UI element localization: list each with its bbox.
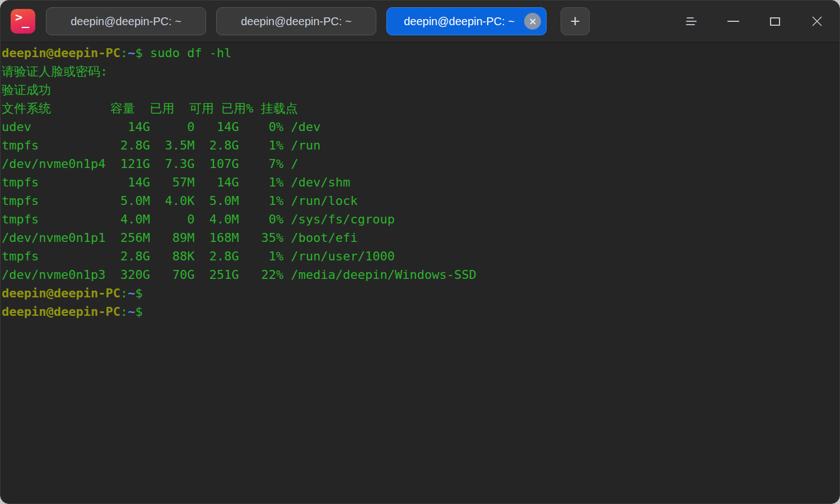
- menu-icon: [686, 17, 697, 25]
- plus-icon: +: [570, 13, 580, 30]
- terminal-line: /dev/nvme0n1p1 256M 89M 168M 35% /boot/e…: [2, 228, 839, 247]
- terminal-line: tmpfs 2.8G 88K 2.8G 1% /run/user/1000: [2, 247, 839, 265]
- maximize-icon: [770, 17, 780, 26]
- tab-label: deepin@deepin-PC: ~: [241, 15, 352, 28]
- terminal-line: tmpfs 14G 57M 14G 1% /dev/shm: [2, 173, 839, 192]
- terminal-line: udev 14G 0 14G 0% /dev: [2, 118, 839, 136]
- terminal-line: /dev/nvme0n1p4 121G 7.3G 107G 7% /: [2, 155, 839, 173]
- terminal-line: 文件系统 容量 已用 可用 已用% 挂载点: [2, 99, 839, 118]
- terminal-line: 验证成功: [2, 81, 839, 99]
- tab-bar: deepin@deepin-PC: ~ deepin@deepin-PC: ~ …: [46, 7, 590, 35]
- terminal-line: 请验证人脸或密码:: [2, 62, 839, 81]
- terminal-line: tmpfs 2.8G 3.5M 2.8G 1% /run: [2, 136, 839, 155]
- close-tab-icon[interactable]: [524, 13, 541, 30]
- new-tab-button[interactable]: +: [561, 7, 590, 35]
- tab-2[interactable]: deepin@deepin-PC: ~: [216, 7, 376, 35]
- terminal-line: tmpfs 5.0M 4.0K 5.0M 1% /run/lock: [2, 192, 839, 210]
- tab-label: deepin@deepin-PC: ~: [404, 15, 515, 28]
- menu-button[interactable]: [680, 10, 702, 32]
- close-icon: [811, 15, 823, 27]
- terminal-line: deepin@deepin-PC:~$: [2, 302, 839, 321]
- tab-3-active[interactable]: deepin@deepin-PC: ~: [386, 7, 547, 35]
- terminal-line: /dev/nvme0n1p3 320G 70G 251G 22% /media/…: [2, 265, 839, 284]
- maximize-button[interactable]: [764, 10, 786, 32]
- terminal-line: deepin@deepin-PC:~$ sudo df -hl: [2, 44, 839, 62]
- terminal-app-icon: > _: [11, 9, 35, 34]
- terminal-window: > _ deepin@deepin-PC: ~ deepin@deepin-PC…: [0, 0, 840, 504]
- tab-label: deepin@deepin-PC: ~: [71, 15, 181, 28]
- minimize-icon: [727, 21, 739, 22]
- terminal-line: tmpfs 4.0M 0 4.0M 0% /sys/fs/cgroup: [2, 210, 839, 228]
- titlebar[interactable]: > _ deepin@deepin-PC: ~ deepin@deepin-PC…: [1, 1, 839, 43]
- terminal-line: deepin@deepin-PC:~$: [2, 284, 839, 302]
- minimize-button[interactable]: [722, 10, 744, 32]
- terminal-output[interactable]: deepin@deepin-PC:~$ sudo df -hl请验证人脸或密码:…: [1, 43, 839, 321]
- window-controls: [680, 10, 828, 32]
- tab-1[interactable]: deepin@deepin-PC: ~: [46, 7, 206, 35]
- close-button[interactable]: [806, 10, 828, 32]
